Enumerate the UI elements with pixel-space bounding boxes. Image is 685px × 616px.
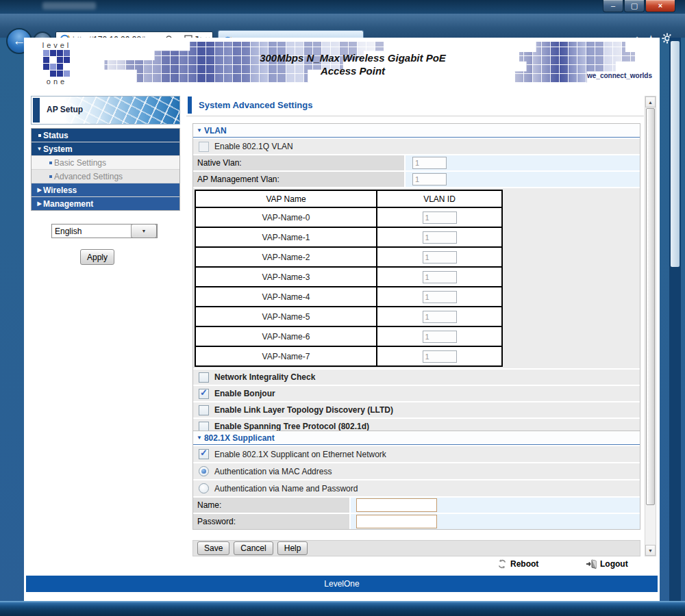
sidebar-item-management[interactable]: ▶Management	[32, 197, 179, 210]
minimize-icon: –	[611, 2, 615, 10]
footer-brand: LevelOne	[324, 579, 359, 589]
vlan-id-cell	[377, 247, 502, 267]
supplicant-section: ▼802.1X Supplicant Enable 802.1X Supplic…	[192, 431, 640, 530]
brand-tagline: we_connect_worlds	[587, 72, 652, 79]
vlan-option-row: Enable Bonjour	[193, 386, 640, 401]
page-title-accent-bar	[188, 97, 192, 114]
vlan-option-label: Network Integrality Check	[214, 372, 315, 382]
vlan-section: ▼VLAN Enable 802.1Q VLAN Native Vlan: AP…	[192, 123, 640, 435]
page-title-row: System Advanced Settings	[186, 96, 660, 116]
enable-supplicant-checkbox[interactable]	[199, 449, 209, 459]
close-icon: ×	[658, 2, 662, 10]
ap-setup-title: AP Setup	[47, 105, 83, 114]
language-select[interactable]: English ▼	[51, 224, 158, 238]
vlan-id-input	[423, 311, 457, 323]
sidebar: AP Setup Status▼SystemBasic SettingsAdva…	[31, 96, 180, 265]
sidebar-nav: Status▼SystemBasic SettingsAdvanced Sett…	[31, 128, 180, 211]
vlan-id-input	[423, 291, 457, 303]
page-viewport: level one 300Mbps N_Max Wireless Gigabit…	[24, 38, 660, 601]
sidebar-item-basic-settings[interactable]: Basic Settings	[32, 156, 179, 170]
scroll-up-button[interactable]: ▲	[645, 97, 656, 107]
auth-mac-radio[interactable]	[199, 466, 209, 476]
auth-name-row: Authentication via Name and Password	[193, 480, 640, 496]
checkbox-enable-bonjour[interactable]	[199, 389, 209, 399]
maximize-icon: ▢	[631, 2, 638, 10]
enable-8021q-row: Enable 802.1Q VLAN	[193, 139, 640, 154]
sidebar-item-status[interactable]: Status	[32, 129, 179, 142]
table-row: VAP-Name-2	[195, 247, 502, 267]
maximize-button[interactable]: ▢	[624, 0, 645, 12]
vlan-id-input	[423, 350, 457, 363]
logout-label: Logout	[600, 559, 628, 569]
table-row: VAP-Name-3	[195, 267, 502, 287]
bullet-icon	[47, 175, 54, 178]
vlan-option-label: Enable Link Layer Topology Discovery (LL…	[214, 405, 393, 415]
page-title: System Advanced Settings	[199, 100, 312, 110]
table-row: VAP-Name-7	[195, 346, 502, 366]
native-vlan-input	[412, 157, 447, 169]
page-header: level one 300Mbps N_Max Wireless Gigabit…	[24, 38, 660, 92]
sidebar-item-system[interactable]: ▼System	[32, 142, 179, 156]
apply-button[interactable]: Apply	[80, 249, 114, 265]
vlan-id-cell	[377, 287, 502, 307]
sidebar-item-label: Wireless	[43, 185, 77, 195]
vap-name-cell: VAP-Name-0	[195, 207, 377, 227]
save-button[interactable]: Save	[197, 541, 229, 555]
bullet-icon	[47, 162, 54, 164]
action-bar: Save Cancel Help	[192, 540, 640, 556]
footer-brand-bar: LevelOne	[26, 576, 658, 592]
sidebar-item-advanced-settings[interactable]: Advanced Settings	[32, 170, 179, 183]
auth-name-radio[interactable]	[199, 483, 209, 493]
help-button[interactable]: Help	[277, 541, 308, 555]
levelone-logo: level one	[38, 42, 76, 86]
cancel-button[interactable]: Cancel	[234, 541, 273, 555]
sidebar-item-label: Status	[43, 131, 68, 140]
password-row: Password:	[193, 514, 640, 529]
vap-table-region: VAP NameVLAN IDVAP-Name-0VAP-Name-1VAP-N…	[193, 188, 640, 368]
vlan-id-cell	[377, 307, 502, 326]
vap-name-cell: VAP-Name-4	[195, 287, 377, 307]
supplicant-section-header[interactable]: ▼802.1X Supplicant	[193, 431, 640, 445]
vap-name-cell: VAP-Name-5	[195, 307, 377, 326]
scroll-down-button[interactable]: ▼	[645, 545, 656, 556]
vlan-option-label: Enable Bonjour	[214, 389, 275, 398]
levelone-logo-mark	[43, 50, 71, 77]
content-scrollbar[interactable]: ▲ ▼	[645, 96, 656, 556]
logout-icon	[586, 559, 597, 569]
vlan-id-cell	[377, 326, 502, 346]
vap-name-cell: VAP-Name-2	[195, 247, 377, 267]
vlan-id-input	[423, 231, 457, 244]
main-content: System Advanced Settings ▼VLAN Enable 80…	[186, 96, 660, 595]
auth-mac-label: Authentication via MAC Address	[214, 467, 332, 476]
checkbox-enable-link-layer-topology-discovery-lltd-[interactable]	[199, 405, 209, 415]
logout-link[interactable]: Logout	[586, 559, 628, 569]
sidebar-item-label: Advanced Settings	[54, 172, 123, 181]
minimize-button[interactable]: –	[603, 0, 623, 12]
table-row: VAP-Name-6	[195, 326, 502, 346]
vlan-option-row: Network Integrality Check	[193, 370, 640, 385]
page-scrollbar-thumb[interactable]	[671, 41, 680, 267]
reboot-link[interactable]: Reboot	[497, 559, 538, 569]
sidebar-item-label: Management	[43, 199, 93, 209]
sidebar-item-wireless[interactable]: ▶Wireless	[32, 183, 179, 197]
table-row: VAP-Name-0	[195, 207, 502, 227]
name-label: Name:	[193, 498, 349, 513]
window-title-redacted	[42, 2, 96, 10]
vap-table-header-cell: VLAN ID	[377, 190, 502, 207]
ap-setup-accent-bar	[33, 98, 40, 123]
vap-table-header-cell: VAP Name	[195, 190, 377, 207]
checkbox-network-integrality-check[interactable]	[199, 372, 209, 383]
vlan-section-header[interactable]: ▼VLAN	[193, 124, 640, 138]
name-input[interactable]	[356, 498, 437, 512]
chevron-down-icon[interactable]: ▼	[131, 224, 157, 238]
enable-8021q-checkbox[interactable]	[199, 142, 209, 152]
logo-word-bottom: one	[38, 78, 76, 86]
vlan-id-cell	[377, 227, 502, 247]
native-vlan-row: Native Vlan:	[193, 155, 640, 170]
mgmt-vlan-row: AP Management Vlan:	[193, 172, 640, 187]
bullet-icon	[36, 134, 43, 137]
sidebar-item-label: Basic Settings	[54, 158, 106, 168]
content-scrollbar-thumb[interactable]	[646, 108, 655, 505]
close-button[interactable]: ×	[645, 0, 675, 12]
password-input[interactable]	[356, 515, 437, 528]
